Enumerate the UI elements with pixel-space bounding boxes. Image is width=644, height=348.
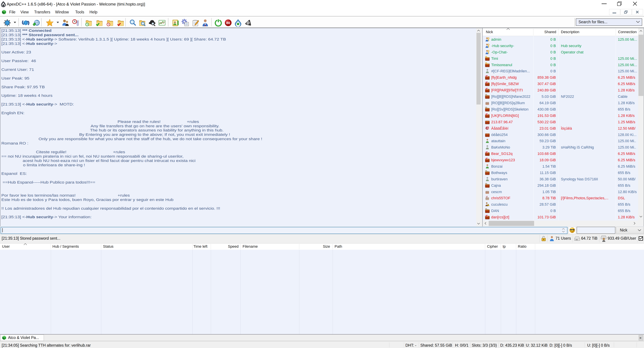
svg-text:80: 80 xyxy=(226,21,230,25)
